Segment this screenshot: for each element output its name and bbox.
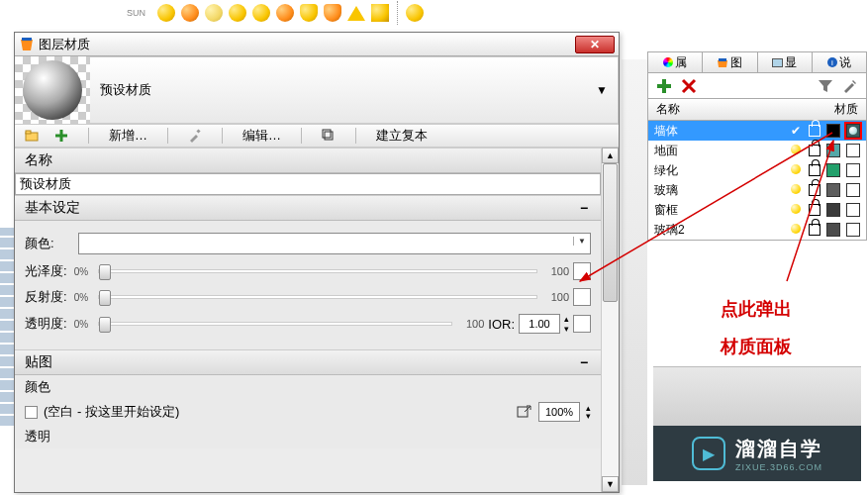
- layer-row[interactable]: 绿化: [648, 160, 866, 180]
- layer-name: 玻璃2: [654, 222, 783, 239]
- material-dot[interactable]: [846, 124, 860, 138]
- edit-material-button[interactable]: 编辑…: [242, 127, 281, 145]
- material-dot[interactable]: [846, 223, 860, 237]
- material-name-input[interactable]: [15, 173, 601, 195]
- orb-icon[interactable]: [252, 4, 270, 22]
- close-button[interactable]: ✕: [575, 36, 615, 53]
- lock-icon[interactable]: [809, 184, 820, 196]
- ior-input[interactable]: [519, 314, 560, 334]
- orb-icon[interactable]: [229, 4, 246, 22]
- svg-rect-2: [26, 131, 31, 134]
- bulb-icon[interactable]: [791, 224, 801, 234]
- lock-icon[interactable]: [809, 204, 820, 216]
- tab-display[interactable]: 显: [758, 52, 813, 72]
- lock-icon[interactable]: [809, 164, 820, 176]
- bulb-icon[interactable]: [791, 145, 801, 154]
- scroll-down-icon[interactable]: ▼: [602, 476, 619, 492]
- color-swatch[interactable]: [826, 223, 840, 237]
- scroll-up-icon[interactable]: ▲: [602, 148, 619, 163]
- tab-properties[interactable]: 属: [648, 52, 703, 72]
- dialog-titlebar[interactable]: 图层材质 ✕: [15, 33, 619, 56]
- color-swatch[interactable]: [826, 124, 840, 138]
- map-color-checkbox[interactable]: [25, 406, 38, 419]
- reflect-slider[interactable]: [98, 295, 537, 299]
- orb-icon[interactable]: [324, 4, 341, 22]
- lock-icon[interactable]: [809, 145, 820, 156]
- triangle-icon[interactable]: [347, 6, 365, 21]
- orb-icon[interactable]: [406, 4, 424, 22]
- preset-dropdown[interactable]: 预设材质 ▼: [90, 56, 619, 124]
- section-name-header[interactable]: 名称: [15, 148, 601, 173]
- tools-icon[interactable]: [842, 78, 858, 94]
- dialog-scrollbar[interactable]: ▲ ▼: [601, 148, 619, 492]
- spinner-icon[interactable]: ▴▾: [564, 314, 569, 334]
- map-empty-label[interactable]: (空白 - 按这里开始设定): [44, 403, 511, 421]
- color-swatch[interactable]: [826, 144, 840, 157]
- bulb-icon[interactable]: [791, 164, 801, 174]
- layer-name: 地面: [654, 143, 783, 159]
- add-layer-button[interactable]: [656, 78, 672, 94]
- orb-icon[interactable]: [157, 4, 175, 22]
- create-copy-button[interactable]: 建立复本: [376, 127, 428, 145]
- layer-row[interactable]: 玻璃2: [648, 220, 866, 240]
- transp-map-box[interactable]: [573, 315, 591, 333]
- gloss-label: 光泽度:: [25, 262, 68, 280]
- scroll-thumb[interactable]: [603, 163, 618, 302]
- gloss-slider[interactable]: [98, 269, 537, 273]
- orb-icon[interactable]: [276, 4, 294, 22]
- svg-rect-11: [657, 84, 671, 88]
- layer-row[interactable]: 窗框: [648, 200, 866, 220]
- collapse-icon[interactable]: −: [577, 354, 591, 370]
- material-dot[interactable]: [846, 144, 860, 157]
- section-map-header[interactable]: 贴图 −: [15, 349, 601, 375]
- orb-icon[interactable]: [205, 4, 223, 22]
- app-icon: [19, 37, 35, 52]
- tab-help[interactable]: i说: [813, 52, 866, 72]
- sun-label: SUN: [127, 8, 145, 18]
- new-material-button[interactable]: 新增…: [109, 127, 147, 145]
- material-swatch[interactable]: [15, 56, 90, 124]
- color-picker[interactable]: [78, 233, 591, 254]
- color-swatch[interactable]: [826, 203, 840, 217]
- header-material[interactable]: 材质: [834, 101, 858, 118]
- orb-icon[interactable]: [300, 4, 318, 22]
- spinner-icon[interactable]: ▴▾: [586, 404, 591, 420]
- color-swatch[interactable]: [826, 183, 840, 197]
- orb-icon[interactable]: [371, 4, 389, 22]
- layer-row[interactable]: 墙体✔: [648, 121, 866, 141]
- section-basic-header[interactable]: 基本设定 −: [15, 195, 601, 221]
- lock-icon[interactable]: [809, 224, 820, 236]
- new-folder-button[interactable]: [25, 129, 39, 143]
- svg-rect-9: [719, 58, 726, 61]
- material-dot[interactable]: [846, 203, 860, 217]
- filter-icon[interactable]: [818, 78, 833, 94]
- collapse-icon[interactable]: −: [577, 200, 591, 216]
- copy-icon-button[interactable]: [322, 129, 336, 143]
- orb-icon[interactable]: [181, 4, 199, 22]
- layer-name: 玻璃: [654, 182, 783, 199]
- reflect-map-box[interactable]: [573, 288, 591, 306]
- map-pct-input[interactable]: [538, 402, 580, 422]
- material-dot[interactable]: [846, 163, 860, 177]
- tab-layers[interactable]: 图: [703, 52, 757, 72]
- transp-slider[interactable]: [98, 322, 452, 326]
- layer-row[interactable]: 玻璃: [648, 180, 866, 200]
- delete-layer-button[interactable]: [681, 78, 697, 94]
- eyedropper-button[interactable]: [188, 129, 202, 143]
- color-label: 颜色:: [25, 235, 72, 252]
- goto-map-icon[interactable]: [517, 404, 532, 420]
- layer-row[interactable]: 地面: [648, 141, 866, 160]
- layer-list: 墙体✔地面绿化玻璃窗框玻璃2: [647, 121, 867, 241]
- bulb-icon[interactable]: [791, 184, 801, 194]
- gloss-map-box[interactable]: [573, 262, 591, 280]
- bulb-icon[interactable]: [791, 204, 801, 214]
- header-name[interactable]: 名称: [656, 101, 834, 118]
- add-button[interactable]: [54, 129, 68, 143]
- material-dot[interactable]: [846, 183, 860, 197]
- reflect-label: 反射度:: [25, 288, 68, 306]
- layer-name: 窗框: [654, 202, 783, 219]
- annotation-line1: 点此弹出: [721, 297, 792, 321]
- color-swatch[interactable]: [826, 163, 840, 177]
- layer-header-row: 名称 材质: [647, 99, 867, 121]
- lock-icon[interactable]: [809, 125, 820, 137]
